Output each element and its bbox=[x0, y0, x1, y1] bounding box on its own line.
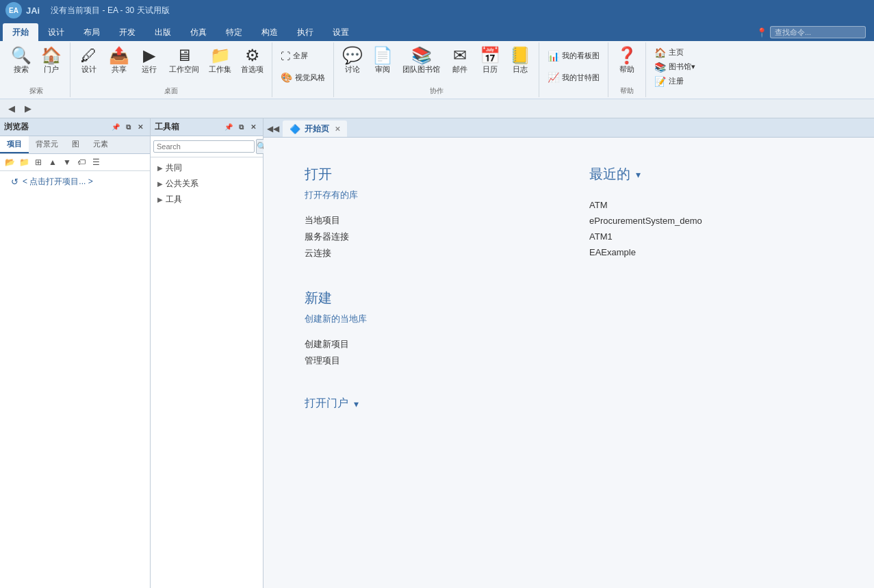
ribbon-btn-help[interactable]: ❓ 帮助 bbox=[613, 45, 641, 76]
open-link-local[interactable]: 当地项目 bbox=[305, 212, 548, 229]
ribbon-group-boards-items: 📊 我的看板图 📈 我的甘特图 bbox=[543, 45, 604, 88]
tab-specific[interactable]: 特定 bbox=[216, 23, 252, 41]
tab-publish[interactable]: 出版 bbox=[145, 23, 181, 41]
tab-settings[interactable]: 设置 bbox=[323, 23, 359, 41]
ribbon-search-input[interactable] bbox=[770, 26, 866, 38]
recent-item-eprocurement[interactable]: eProcurementSystem_demo bbox=[589, 213, 833, 229]
recent-item-atm[interactable]: ATM bbox=[589, 197, 833, 213]
mail-icon: ✉ bbox=[453, 47, 467, 64]
ribbon-group-explore: 🔍 搜索 🏠 门户 探索 bbox=[3, 42, 70, 97]
browser-grid-icon[interactable]: ⊞ bbox=[31, 155, 45, 169]
tab-construct[interactable]: 构造 bbox=[252, 23, 287, 41]
ribbon-btn-preferences[interactable]: ⚙ 首选项 bbox=[237, 45, 268, 76]
tab-execute[interactable]: 执行 bbox=[287, 23, 323, 41]
ribbon-btn-gantt[interactable]: 📈 我的甘特图 bbox=[543, 71, 604, 84]
tab-dev[interactable]: 开发 bbox=[110, 23, 145, 41]
browser-tab-project[interactable]: 项目 bbox=[0, 136, 29, 153]
ribbon-btn-mail[interactable]: ✉ 邮件 bbox=[446, 45, 474, 76]
content-tab-start[interactable]: 🔷 开始页 ✕ bbox=[283, 120, 347, 137]
browser-up-icon[interactable]: ▲ bbox=[46, 155, 60, 169]
ribbon-btn-home[interactable]: 🏠 主页 bbox=[650, 46, 699, 60]
open-subtitle: 打开存有的库 bbox=[305, 189, 548, 201]
ribbon-col-view: ⛶ 全屏 🎨 视觉风格 bbox=[277, 45, 329, 88]
open-portal-dropdown-icon[interactable]: ▾ bbox=[354, 398, 359, 409]
browser-close-icon[interactable]: ✕ bbox=[135, 122, 146, 133]
start-col-left: 打开 打开存有的库 当地项目 服务器连接 云连接 新建 创建新的当地库 创建新项… bbox=[305, 165, 548, 411]
ribbon-btn-run[interactable]: ▶ 运行 bbox=[135, 45, 164, 76]
browser-tab-element[interactable]: 元素 bbox=[86, 136, 115, 153]
tab-design[interactable]: 设计 bbox=[38, 23, 74, 41]
toolbox-float-icon[interactable]: ⧉ bbox=[235, 122, 246, 133]
recent-item-eaexample[interactable]: EAExample bbox=[589, 244, 833, 260]
ribbon-btn-workspace[interactable]: 🖥 工作空间 bbox=[165, 45, 203, 76]
toolbox-search-bar: 🔍 🔎 ☰ bbox=[151, 136, 263, 157]
ribbon-btn-calendar[interactable]: 📅 日历 bbox=[476, 45, 504, 76]
forward-button[interactable]: ▶ bbox=[21, 101, 36, 116]
ribbon-group-collab: 💬 讨论 📄 审阅 📚 团队图书馆 ✉ 邮件 📅 日历 📒 日志 bbox=[334, 42, 539, 97]
toolbox-item-tools[interactable]: ▶ 工具 bbox=[151, 192, 263, 207]
start-page: 打开 打开存有的库 当地项目 服务器连接 云连接 新建 创建新的当地库 创建新项… bbox=[264, 138, 874, 588]
register-icon: 📝 bbox=[654, 76, 666, 87]
ribbon-btn-log[interactable]: 📒 日志 bbox=[506, 45, 535, 76]
ribbon-btn-team-lib[interactable]: 📚 团队图书馆 bbox=[398, 45, 444, 76]
ribbon-btn-library[interactable]: 📚 图书馆▾ bbox=[650, 60, 699, 74]
ribbon-btn-share[interactable]: 📤 共享 bbox=[105, 45, 133, 76]
open-portal-label[interactable]: 打开门户 bbox=[305, 396, 348, 411]
ribbon-col-boards: 📊 我的看板图 📈 我的甘特图 bbox=[543, 45, 604, 88]
ribbon-btn-discuss[interactable]: 💬 讨论 bbox=[338, 45, 367, 76]
start-section-recent: 最近的 ▾ ATM eProcurementSystem_demo ATM1 E… bbox=[589, 165, 833, 260]
tab-layout[interactable]: 布局 bbox=[74, 23, 110, 41]
new-link-manage[interactable]: 管理项目 bbox=[305, 353, 548, 369]
library-icon: 📚 bbox=[654, 62, 666, 73]
toolbox-panel-header: 工具箱 📌 ⧉ ✕ bbox=[151, 118, 263, 136]
ribbon-col-main: 🏠 主页 📚 图书馆▾ 📝 注册 bbox=[650, 45, 699, 88]
browser-pin-icon[interactable]: 📌 bbox=[110, 122, 121, 133]
ribbon-btn-register[interactable]: 📝 注册 bbox=[650, 75, 699, 88]
recent-dropdown-icon[interactable]: ▾ bbox=[636, 169, 641, 180]
open-link-cloud[interactable]: 云连接 bbox=[305, 245, 548, 261]
collapse-panel-icon[interactable]: ◀◀ bbox=[266, 122, 280, 136]
browser-open-folder-icon[interactable]: 📂 bbox=[3, 155, 16, 169]
toolbox-close-icon[interactable]: ✕ bbox=[248, 122, 259, 133]
ribbon-btn-workset[interactable]: 📁 工作集 bbox=[205, 45, 235, 76]
ribbon-btn-kanban[interactable]: 📊 我的看板图 bbox=[543, 49, 604, 63]
toolbox-item-public-relations[interactable]: ▶ 公共关系 bbox=[151, 176, 263, 192]
toolbox-search-input[interactable] bbox=[153, 140, 255, 153]
toolbox-panel: 工具箱 📌 ⧉ ✕ 🔍 🔎 ☰ ▶ 共同 ▶ 公共关系 ▶ 工 bbox=[151, 118, 264, 588]
ribbon-btn-design[interactable]: 🖊 设计 bbox=[75, 45, 103, 76]
ribbon-btn-review[interactable]: 📄 审阅 bbox=[368, 45, 397, 76]
ribbon-btn-portal[interactable]: 🏠 门户 bbox=[37, 45, 66, 76]
browser-float-icon[interactable]: ⧉ bbox=[123, 122, 133, 133]
browser-tag-icon[interactable]: 🏷 bbox=[75, 155, 88, 169]
browser-down-icon[interactable]: ▼ bbox=[60, 155, 74, 169]
back-button[interactable]: ◀ bbox=[4, 101, 19, 116]
new-link-project[interactable]: 创建新项目 bbox=[305, 336, 548, 353]
browser-list-icon[interactable]: ☰ bbox=[89, 155, 103, 169]
tab-simulate[interactable]: 仿真 bbox=[181, 23, 216, 41]
start-tab-label: 开始页 bbox=[305, 123, 329, 135]
browser-tab-background[interactable]: 背景元 bbox=[29, 136, 65, 153]
ribbon-btn-search[interactable]: 🔍 搜索 bbox=[7, 45, 36, 76]
ribbon-btn-visual-style[interactable]: 🎨 视觉风格 bbox=[277, 71, 329, 84]
browser-panel-toolbar: 📂 📁 ⊞ ▲ ▼ 🏷 ☰ bbox=[0, 154, 150, 171]
toolbox-pin-icon[interactable]: 📌 bbox=[223, 122, 234, 133]
toolbox-arrow-public-relations: ▶ bbox=[157, 180, 163, 188]
tab-start[interactable]: 开始 bbox=[3, 23, 38, 41]
browser-open-project-item[interactable]: ↺ < 点击打开项目... > bbox=[0, 174, 150, 190]
browser-panel-title: 浏览器 bbox=[4, 121, 110, 133]
start-tab-close[interactable]: ✕ bbox=[335, 125, 340, 133]
ribbon-group-desktop: 🖊 设计 📤 共享 ▶ 运行 🖥 工作空间 📁 工作集 ⚙ 首选项 bbox=[70, 42, 272, 97]
ribbon-group-help-label: 帮助 bbox=[620, 86, 634, 97]
ribbon-group-view-label bbox=[302, 88, 304, 97]
recent-item-atm1[interactable]: ATM1 bbox=[589, 229, 833, 244]
browser-folder-icon[interactable]: 📁 bbox=[17, 155, 31, 169]
search-icon: 🔍 bbox=[11, 47, 31, 64]
open-title: 打开 bbox=[305, 165, 548, 183]
browser-tab-diagram[interactable]: 图 bbox=[65, 136, 86, 153]
open-link-server[interactable]: 服务器连接 bbox=[305, 229, 548, 245]
ribbon-btn-fullscreen[interactable]: ⛶ 全屏 bbox=[277, 49, 329, 63]
ribbon-group-desktop-label: 桌面 bbox=[164, 86, 178, 97]
ribbon-group-desktop-items: 🖊 设计 📤 共享 ▶ 运行 🖥 工作空间 📁 工作集 ⚙ 首选项 bbox=[75, 45, 268, 86]
toolbox-item-common[interactable]: ▶ 共同 bbox=[151, 160, 263, 176]
home-icon: 🏠 bbox=[654, 47, 666, 58]
